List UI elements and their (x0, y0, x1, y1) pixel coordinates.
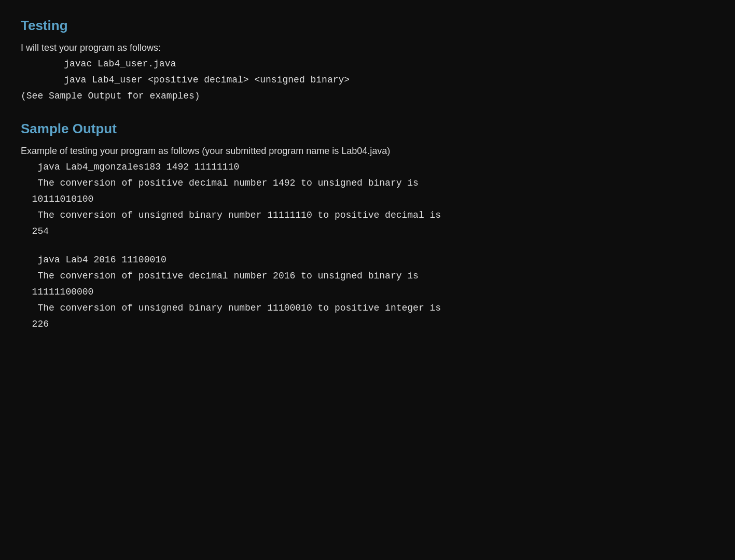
block2-cmd: java Lab4 2016 11100010 (21, 253, 714, 267)
block2-line4: 226 (21, 317, 714, 331)
sample-output-section: Sample Output Example of testing your pr… (21, 119, 714, 331)
sample-output-intro: Example of testing your program as follo… (21, 144, 714, 158)
testing-line3: (See Sample Output for examples) (21, 89, 714, 103)
block1-line2: 10111010100 (21, 192, 714, 206)
block1-cmd: java Lab4_mgonzales183 1492 11111110 (21, 160, 714, 174)
testing-line1: javac Lab4_user.java (41, 57, 714, 71)
testing-intro: I will test your program as follows: (21, 41, 714, 55)
block2-line3: The conversion of unsigned binary number… (21, 301, 714, 315)
block2-line1: The conversion of positive decimal numbe… (21, 269, 714, 283)
testing-section: Testing I will test your program as foll… (21, 16, 714, 103)
block2-line2: 11111100000 (21, 285, 714, 299)
block1-line4: 254 (21, 225, 714, 239)
testing-line2: java Lab4_user <positive decimal> <unsig… (41, 73, 714, 87)
sample-output-heading: Sample Output (21, 119, 714, 139)
testing-heading: Testing (21, 16, 714, 36)
block1-line1: The conversion of positive decimal numbe… (21, 176, 714, 190)
block1-line3: The conversion of unsigned binary number… (21, 208, 714, 222)
